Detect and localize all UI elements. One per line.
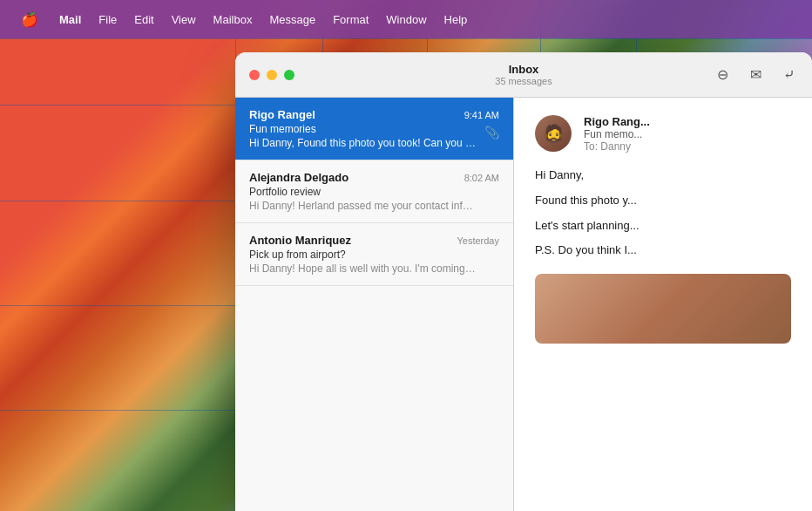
detail-to: To: Danny	[584, 140, 791, 153]
body-line: Hi Danny,	[535, 167, 791, 185]
detail-sender-name: Rigo Rang...	[584, 115, 791, 128]
detail-sender-info: Rigo Rang... Fun memo... To: Danny	[584, 115, 791, 153]
message-item[interactable]: Antonio Manriquez Yesterday Pick up from…	[235, 223, 513, 286]
menubar: 🍎 Mail File Edit View Mailbox Message Fo…	[0, 0, 812, 38]
traffic-lights	[249, 70, 294, 80]
detail-photo	[535, 274, 791, 344]
file-menu-item[interactable]: File	[91, 10, 124, 30]
edit-menu-item[interactable]: Edit	[127, 10, 160, 30]
attachment-icon: 📎	[484, 126, 499, 140]
avatar: 🧔	[535, 115, 572, 152]
message-item[interactable]: Alejandra Delgado 8:02 AM Portfolio revi…	[235, 160, 513, 223]
detail-header: 🧔 Rigo Rang... Fun memo... To: Danny	[535, 115, 791, 153]
apple-menu-item[interactable]: 🍎	[14, 8, 45, 31]
body-line: Let's start planning...	[535, 217, 791, 235]
format-menu-item[interactable]: Format	[326, 10, 376, 30]
msg-time: 9:41 AM	[464, 110, 499, 120]
compose-icon[interactable]: ✉	[746, 65, 765, 85]
detail-subject: Fun memo...	[584, 128, 791, 140]
msg-subject: Pick up from airport?	[249, 249, 499, 261]
help-menu-item[interactable]: Help	[437, 10, 475, 30]
to-value: Danny	[600, 140, 631, 153]
msg-time: 8:02 AM	[464, 173, 499, 183]
window-menu-item[interactable]: Window	[379, 10, 433, 30]
content-area: Rigo Rangel 9:41 AM Fun memories Hi Dann…	[235, 98, 812, 511]
msg-preview: Hi Danny, Found this photo you took! Can…	[249, 137, 476, 149]
msg-subject: Portfolio review	[249, 186, 499, 198]
msg-sender: Antonio Manriquez	[249, 234, 351, 247]
msg-subject: Fun memories	[249, 123, 499, 135]
reply-icon[interactable]: ⤶	[779, 65, 798, 85]
mail-menu-item[interactable]: Mail	[52, 10, 88, 30]
close-button[interactable]	[249, 70, 260, 80]
message-item[interactable]: Rigo Rangel 9:41 AM Fun memories Hi Dann…	[235, 98, 513, 160]
message-list[interactable]: Rigo Rangel 9:41 AM Fun memories Hi Dann…	[235, 98, 514, 511]
msg-time: Yesterday	[457, 235, 499, 246]
message-menu-item[interactable]: Message	[262, 10, 322, 30]
view-menu-item[interactable]: View	[165, 10, 203, 30]
msg-preview: Hi Danny! Hope all is well with you. I'm…	[249, 262, 476, 275]
body-line: Found this photo y...	[535, 192, 791, 210]
msg-sender: Rigo Rangel	[249, 108, 315, 121]
minimize-button[interactable]	[267, 70, 277, 80]
title-bar: Inbox 35 messages ⊖ ✉ ⤶	[235, 52, 812, 98]
message-count: 35 messages	[495, 76, 551, 86]
msg-sender: Alejandra Delgado	[249, 171, 348, 184]
msg-preview: Hi Danny! Herland passed me your contact…	[249, 200, 476, 212]
filter-icon[interactable]: ⊖	[713, 65, 732, 85]
mailbox-menu-item[interactable]: Mailbox	[206, 10, 260, 30]
body-line: P.S. Do you think I...	[535, 242, 791, 260]
title-center: Inbox 35 messages	[495, 63, 551, 86]
title-bar-actions: ⊖ ✉ ⤶	[713, 65, 798, 85]
message-detail: 🧔 Rigo Rang... Fun memo... To: Danny Hi …	[514, 98, 812, 511]
mail-window: Inbox 35 messages ⊖ ✉ ⤶ Rigo Rangel 9:41…	[235, 52, 812, 511]
to-label: To:	[584, 140, 598, 153]
detail-body: Hi Danny,Found this photo y...Let's star…	[535, 167, 791, 260]
inbox-title: Inbox	[495, 63, 551, 76]
fullscreen-button[interactable]	[284, 70, 294, 80]
